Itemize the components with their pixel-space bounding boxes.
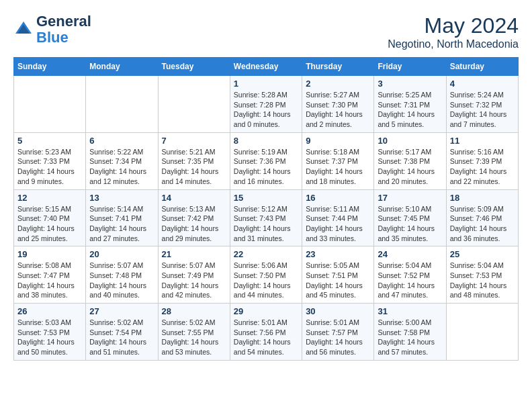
day-info: Sunrise: 5:04 AMSunset: 7:52 PMDaylight:…	[378, 261, 442, 300]
day-info: Sunrise: 5:02 AMSunset: 7:54 PMDaylight:…	[89, 318, 154, 357]
day-info: Sunrise: 5:15 AMSunset: 7:40 PMDaylight:…	[17, 204, 82, 244]
day-info: Sunrise: 5:06 AMSunset: 7:50 PMDaylight:…	[234, 261, 298, 300]
calendar-cell: 5Sunrise: 5:23 AMSunset: 7:33 PMDaylight…	[14, 132, 86, 189]
calendar-cell: 3Sunrise: 5:25 AMSunset: 7:31 PMDaylight…	[374, 76, 446, 133]
day-number: 14	[162, 193, 226, 203]
calendar-cell	[158, 76, 230, 133]
calendar-cell: 11Sunrise: 5:16 AMSunset: 7:39 PMDayligh…	[446, 132, 518, 189]
calendar-cell: 25Sunrise: 5:04 AMSunset: 7:53 PMDayligh…	[446, 246, 518, 304]
calendar-week-4: 19Sunrise: 5:08 AMSunset: 7:47 PMDayligh…	[14, 246, 519, 304]
calendar-cell: 24Sunrise: 5:04 AMSunset: 7:52 PMDayligh…	[374, 246, 446, 304]
day-info: Sunrise: 5:01 AMSunset: 7:56 PMDaylight:…	[234, 318, 298, 357]
logo-text: GeneralBlue	[36, 13, 91, 46]
day-info: Sunrise: 5:24 AMSunset: 7:32 PMDaylight:…	[450, 90, 515, 130]
weekday-header-friday: Friday	[374, 58, 446, 76]
logo: GeneralBlue	[13, 13, 91, 46]
day-info: Sunrise: 5:01 AMSunset: 7:57 PMDaylight:…	[306, 318, 370, 357]
day-number: 12	[17, 193, 82, 203]
title-area: May 2024 Negotino, North Macedonia	[388, 13, 519, 50]
calendar-cell: 16Sunrise: 5:11 AMSunset: 7:44 PMDayligh…	[302, 189, 374, 246]
calendar-cell: 20Sunrise: 5:07 AMSunset: 7:48 PMDayligh…	[86, 246, 158, 304]
calendar-cell: 8Sunrise: 5:19 AMSunset: 7:36 PMDaylight…	[230, 132, 302, 189]
day-info: Sunrise: 5:03 AMSunset: 7:53 PMDaylight:…	[17, 318, 82, 357]
day-info: Sunrise: 5:00 AMSunset: 7:58 PMDaylight:…	[378, 318, 442, 357]
calendar-cell: 1Sunrise: 5:28 AMSunset: 7:28 PMDaylight…	[230, 76, 302, 133]
day-number: 10	[378, 136, 442, 146]
day-info: Sunrise: 5:17 AMSunset: 7:38 PMDaylight:…	[378, 147, 442, 187]
calendar-cell: 17Sunrise: 5:10 AMSunset: 7:45 PMDayligh…	[374, 189, 446, 246]
day-info: Sunrise: 5:13 AMSunset: 7:42 PMDaylight:…	[162, 204, 226, 244]
day-info: Sunrise: 5:10 AMSunset: 7:45 PMDaylight:…	[378, 204, 442, 244]
calendar-cell: 15Sunrise: 5:12 AMSunset: 7:43 PMDayligh…	[230, 189, 302, 246]
day-number: 21	[162, 249, 226, 259]
day-number: 18	[450, 193, 515, 203]
day-info: Sunrise: 5:08 AMSunset: 7:47 PMDaylight:…	[17, 261, 82, 300]
day-info: Sunrise: 5:25 AMSunset: 7:31 PMDaylight:…	[378, 90, 442, 130]
calendar-cell: 10Sunrise: 5:17 AMSunset: 7:38 PMDayligh…	[374, 132, 446, 189]
day-number: 9	[306, 136, 370, 146]
day-number: 1	[234, 79, 298, 89]
calendar-cell: 2Sunrise: 5:27 AMSunset: 7:30 PMDaylight…	[302, 76, 374, 133]
location-title: Negotino, North Macedonia	[388, 38, 519, 50]
day-number: 26	[17, 306, 82, 316]
calendar-cell	[14, 76, 86, 133]
calendar-week-1: 1Sunrise: 5:28 AMSunset: 7:28 PMDaylight…	[14, 76, 519, 133]
calendar-cell: 22Sunrise: 5:06 AMSunset: 7:50 PMDayligh…	[230, 246, 302, 304]
day-info: Sunrise: 5:04 AMSunset: 7:53 PMDaylight:…	[450, 261, 515, 300]
day-number: 15	[234, 193, 298, 203]
calendar-cell: 4Sunrise: 5:24 AMSunset: 7:32 PMDaylight…	[446, 76, 518, 133]
day-info: Sunrise: 5:02 AMSunset: 7:55 PMDaylight:…	[162, 318, 226, 357]
calendar-cell: 23Sunrise: 5:05 AMSunset: 7:51 PMDayligh…	[302, 246, 374, 304]
weekday-header-thursday: Thursday	[302, 58, 374, 76]
day-number: 8	[234, 136, 298, 146]
day-number: 7	[162, 136, 226, 146]
day-number: 25	[450, 249, 515, 259]
calendar-cell: 26Sunrise: 5:03 AMSunset: 7:53 PMDayligh…	[14, 304, 86, 361]
calendar-cell: 21Sunrise: 5:07 AMSunset: 7:49 PMDayligh…	[158, 246, 230, 304]
weekday-header-wednesday: Wednesday	[230, 58, 302, 76]
calendar-table: SundayMondayTuesdayWednesdayThursdayFrid…	[13, 57, 519, 361]
logo-icon	[13, 19, 34, 40]
day-number: 16	[306, 193, 370, 203]
day-info: Sunrise: 5:16 AMSunset: 7:39 PMDaylight:…	[450, 147, 515, 187]
calendar-cell: 9Sunrise: 5:18 AMSunset: 7:37 PMDaylight…	[302, 132, 374, 189]
day-number: 24	[378, 249, 442, 259]
weekday-header-saturday: Saturday	[446, 58, 518, 76]
weekday-header-sunday: Sunday	[14, 58, 86, 76]
month-title: May 2024	[388, 13, 519, 38]
calendar-week-5: 26Sunrise: 5:03 AMSunset: 7:53 PMDayligh…	[14, 304, 519, 361]
day-info: Sunrise: 5:09 AMSunset: 7:46 PMDaylight:…	[450, 204, 515, 244]
weekday-header-tuesday: Tuesday	[158, 58, 230, 76]
day-number: 29	[234, 306, 298, 316]
day-number: 2	[306, 79, 370, 89]
weekday-header-monday: Monday	[86, 58, 158, 76]
calendar-cell: 30Sunrise: 5:01 AMSunset: 7:57 PMDayligh…	[302, 304, 374, 361]
day-number: 23	[306, 249, 370, 259]
day-number: 17	[378, 193, 442, 203]
day-number: 27	[89, 306, 154, 316]
day-number: 19	[17, 249, 82, 259]
day-number: 22	[234, 249, 298, 259]
day-number: 11	[450, 136, 515, 146]
day-info: Sunrise: 5:19 AMSunset: 7:36 PMDaylight:…	[234, 147, 298, 187]
day-info: Sunrise: 5:22 AMSunset: 7:34 PMDaylight:…	[89, 147, 154, 187]
calendar-cell: 31Sunrise: 5:00 AMSunset: 7:58 PMDayligh…	[374, 304, 446, 361]
calendar-cell: 28Sunrise: 5:02 AMSunset: 7:55 PMDayligh…	[158, 304, 230, 361]
day-info: Sunrise: 5:28 AMSunset: 7:28 PMDaylight:…	[234, 90, 298, 130]
day-number: 6	[89, 136, 154, 146]
day-info: Sunrise: 5:07 AMSunset: 7:48 PMDaylight:…	[89, 261, 154, 300]
day-number: 20	[89, 249, 154, 259]
day-number: 30	[306, 306, 370, 316]
calendar-cell: 6Sunrise: 5:22 AMSunset: 7:34 PMDaylight…	[86, 132, 158, 189]
day-info: Sunrise: 5:07 AMSunset: 7:49 PMDaylight:…	[162, 261, 226, 300]
day-info: Sunrise: 5:12 AMSunset: 7:43 PMDaylight:…	[234, 204, 298, 244]
day-info: Sunrise: 5:18 AMSunset: 7:37 PMDaylight:…	[306, 147, 370, 187]
day-info: Sunrise: 5:11 AMSunset: 7:44 PMDaylight:…	[306, 204, 370, 244]
calendar-cell: 29Sunrise: 5:01 AMSunset: 7:56 PMDayligh…	[230, 304, 302, 361]
day-info: Sunrise: 5:23 AMSunset: 7:33 PMDaylight:…	[17, 147, 82, 187]
calendar-cell: 18Sunrise: 5:09 AMSunset: 7:46 PMDayligh…	[446, 189, 518, 246]
weekday-header-row: SundayMondayTuesdayWednesdayThursdayFrid…	[14, 58, 519, 76]
day-number: 13	[89, 193, 154, 203]
day-number: 31	[378, 306, 442, 316]
calendar-cell: 27Sunrise: 5:02 AMSunset: 7:54 PMDayligh…	[86, 304, 158, 361]
